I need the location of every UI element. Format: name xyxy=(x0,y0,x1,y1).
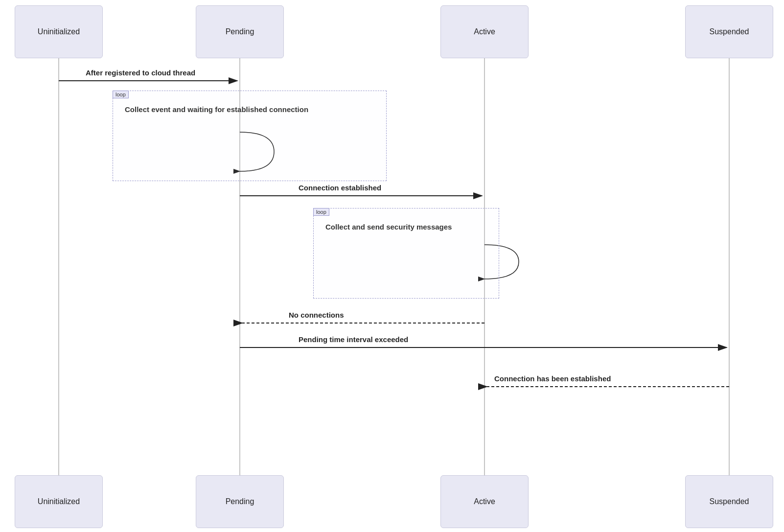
lifeline-box-suspended-bottom: Suspended xyxy=(685,475,773,528)
loop-label-2: loop xyxy=(313,208,329,216)
loop-box-2: loop xyxy=(313,208,499,299)
lifeline-box-uninitialized-bottom: Uninitialized xyxy=(15,475,103,528)
loop-box-1: loop xyxy=(113,91,387,181)
lifeline-box-suspended-top: Suspended xyxy=(685,5,773,58)
lifeline-box-active-top: Active xyxy=(440,5,529,58)
sequence-diagram: Uninitialized Pending Active Suspended U… xyxy=(0,0,784,532)
arrow-label-2: Connection established xyxy=(299,184,381,192)
lifeline-box-active-bottom: Active xyxy=(440,475,529,528)
loop-text-2: Collect and send security messages xyxy=(325,223,487,231)
lifeline-box-uninitialized-top: Uninitialized xyxy=(15,5,103,58)
lifeline-box-pending-top: Pending xyxy=(196,5,284,58)
loop-text-1: Collect event and waiting for establishe… xyxy=(125,105,355,114)
arrow-label-4: Pending time interval exceeded xyxy=(299,335,408,344)
lifeline-box-pending-bottom: Pending xyxy=(196,475,284,528)
arrow-label-1: After registered to cloud thread xyxy=(86,69,195,77)
arrow-label-3: No connections xyxy=(289,311,344,319)
loop-label-1: loop xyxy=(113,91,129,98)
arrow-label-5: Connection has been established xyxy=(494,374,611,383)
